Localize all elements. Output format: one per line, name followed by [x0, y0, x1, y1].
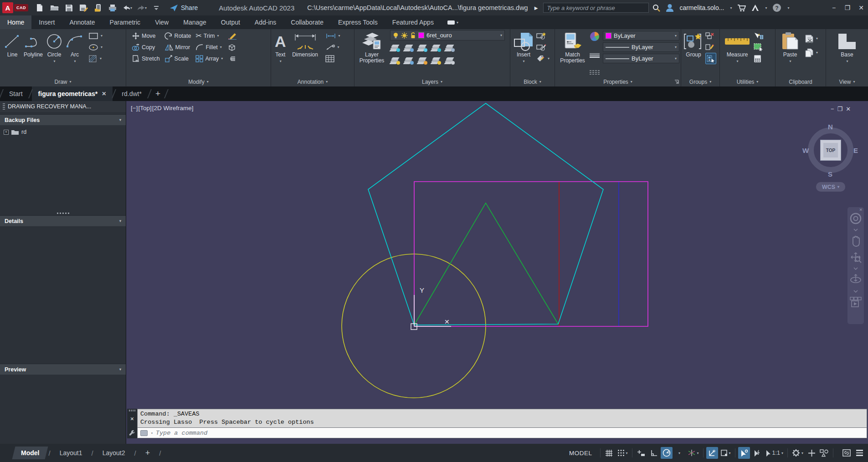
move-tool[interactable]: Move: [132, 30, 160, 41]
layer-isolate-tool[interactable]: [404, 44, 414, 52]
user-avatar-icon[interactable]: [666, 4, 674, 12]
linetype-selector[interactable]: ByLayer ▾: [603, 54, 679, 63]
zoom-dropdown-icon[interactable]: [853, 267, 858, 270]
linear-dimension-tool[interactable]: ▾: [325, 30, 340, 41]
window-minimize-button[interactable]: −: [827, 1, 841, 15]
command-grip-icon[interactable]: [129, 410, 135, 411]
group-selection-toggle[interactable]: [705, 53, 716, 64]
isodraft-dropdown-icon[interactable]: ▾: [697, 451, 699, 455]
orbit-dropdown-icon[interactable]: [853, 290, 858, 293]
undo-dropdown-icon[interactable]: ▾: [130, 6, 132, 10]
palette-splitter[interactable]: [0, 211, 126, 215]
ribbon-tab-annotate[interactable]: Annotate: [62, 15, 102, 29]
details-header[interactable]: Details ▾: [0, 215, 126, 226]
ribbon-tab-parametric[interactable]: Parametric: [102, 15, 148, 29]
color-selector[interactable]: ByLayer ▾: [603, 31, 679, 41]
crosshair-button[interactable]: [806, 447, 817, 459]
snap-toggle[interactable]: ▾: [616, 447, 629, 459]
workspace-dropdown-icon[interactable]: ▾: [801, 451, 803, 455]
workspace-switching-button[interactable]: ▾: [791, 447, 805, 459]
paste-tool[interactable]: Paste ▾: [779, 30, 801, 77]
redo-dropdown-icon[interactable]: ▾: [145, 6, 147, 10]
object-color-icon[interactable]: [589, 31, 600, 42]
viewcube[interactable]: N W E S TOP WCS ▾: [804, 124, 857, 197]
osnap-dropdown-icon[interactable]: ▾: [729, 451, 731, 455]
rectangle-tool[interactable]: ▾: [88, 30, 103, 41]
details-collapse-icon[interactable]: ▾: [119, 219, 121, 223]
ribbon-tab-express-tools[interactable]: Express Tools: [331, 15, 385, 29]
green-zigzag[interactable]: [414, 203, 558, 325]
polyline-tool[interactable]: Polyline: [24, 30, 43, 77]
viewport-visual-style-control[interactable]: [2D Wireframe]: [152, 105, 194, 112]
file-tab-rd-dwt[interactable]: rd.dwt*: [115, 86, 148, 101]
measure-dropdown-icon[interactable]: ▾: [736, 58, 738, 64]
wcs-selector[interactable]: WCS ▾: [816, 182, 845, 192]
groups-panel-label[interactable]: Groups▾: [681, 77, 719, 86]
isolate-objects-button[interactable]: [818, 447, 830, 459]
autodesk-dropdown-icon[interactable]: ▾: [765, 6, 767, 10]
explode-tool[interactable]: [227, 41, 237, 53]
annotation-visibility-toggle[interactable]: [738, 447, 750, 459]
quick-calculator-tool[interactable]: [754, 53, 764, 64]
share-button[interactable]: Share: [169, 4, 198, 12]
trim-tool[interactable]: ✂ Trim ▾: [195, 30, 223, 41]
ortho-toggle[interactable]: [648, 447, 660, 459]
quick-select-tool[interactable]: [754, 30, 764, 41]
window-close-button[interactable]: ✕: [854, 1, 868, 15]
grid-toggle[interactable]: [603, 447, 615, 459]
layer-off-tool[interactable]: [390, 44, 400, 52]
draw-panel-label[interactable]: Draw▾: [0, 77, 126, 86]
save-icon[interactable]: [64, 3, 74, 13]
table-tool[interactable]: [325, 53, 340, 64]
layer-properties-tool[interactable]: Layer Properties: [357, 30, 386, 77]
offset-tool[interactable]: [227, 53, 237, 64]
preview-collapse-icon[interactable]: ▾: [119, 367, 121, 371]
command-history[interactable]: Command: _SAVEASCrossing Lasso Press Spa…: [137, 409, 867, 427]
isodraft-toggle[interactable]: ▾: [686, 447, 700, 459]
leader-tool[interactable]: ▾: [325, 41, 340, 53]
ribbon-tab-featured-apps[interactable]: Featured Apps: [385, 15, 441, 29]
polar-dropdown[interactable]: ▾: [673, 447, 685, 459]
help-dropdown-icon[interactable]: ▾: [787, 6, 789, 10]
command-prompt-icon[interactable]: [140, 430, 148, 436]
showmotion-icon[interactable]: [850, 297, 862, 308]
new-file-icon[interactable]: [35, 3, 45, 13]
layer-unisolate-tool[interactable]: [404, 57, 414, 65]
open-from-mobile-icon[interactable]: [93, 3, 103, 13]
yellow-circle[interactable]: [342, 254, 486, 398]
measure-tool[interactable]: Measure ▾: [724, 30, 751, 77]
paste-dropdown-icon[interactable]: ▾: [789, 58, 791, 64]
viewcube-west[interactable]: W: [802, 147, 809, 154]
open-file-icon[interactable]: [49, 3, 59, 13]
model-space-toggle[interactable]: MODEL: [564, 447, 597, 459]
arc-dropdown-icon[interactable]: ▾: [74, 58, 76, 64]
redo-icon[interactable]: ▾: [137, 3, 147, 13]
fillet-dropdown-icon[interactable]: ▾: [220, 45, 222, 49]
dimension-tool[interactable]: Dimension: [290, 30, 321, 77]
customization-menu-button[interactable]: [853, 447, 865, 459]
polar-tracking-toggle[interactable]: [661, 447, 673, 459]
search-input[interactable]: Type a keyword or phrase: [543, 3, 649, 13]
define-attributes-tool[interactable]: ▾: [536, 53, 550, 64]
ribbon-tab-insert[interactable]: Insert: [31, 15, 62, 29]
osnap-tracking-toggle[interactable]: [706, 447, 718, 459]
path-expand-icon[interactable]: ▶: [534, 5, 538, 10]
modify-panel-label[interactable]: Modify▾: [126, 77, 271, 86]
layer-unlock-tool[interactable]: [431, 57, 441, 65]
qat-customize-icon[interactable]: [151, 3, 161, 13]
layers-panel-label[interactable]: Layers▾: [354, 77, 510, 86]
group-edit-tool[interactable]: [705, 41, 716, 53]
layer-match-tool[interactable]: [445, 57, 455, 65]
zoom-icon[interactable]: [850, 251, 862, 263]
trim-dropdown-icon[interactable]: ▾: [217, 34, 219, 38]
command-recent-dropdown-icon[interactable]: ▾: [151, 431, 153, 435]
clean-screen-button[interactable]: [841, 447, 853, 459]
cart-icon[interactable]: [737, 4, 746, 12]
cut-tool[interactable]: ▾: [805, 33, 818, 44]
circle-dropdown-icon[interactable]: ▾: [54, 58, 56, 64]
new-layout-button[interactable]: +: [138, 447, 158, 459]
autocad-logo[interactable]: A: [2, 2, 13, 13]
layout2-tab[interactable]: Layout2: [95, 447, 133, 459]
properties-dialog-launcher-icon[interactable]: [674, 80, 679, 84]
rotate-tool[interactable]: Rotate: [164, 30, 191, 41]
